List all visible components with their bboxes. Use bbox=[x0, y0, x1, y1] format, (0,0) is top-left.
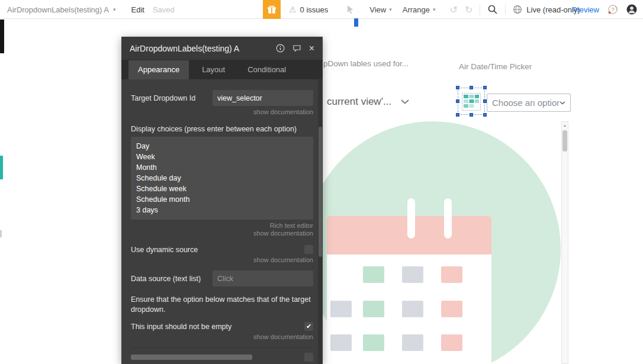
current-view-dropdown[interactable]: current view'... bbox=[327, 96, 409, 108]
calendar-cell bbox=[402, 266, 423, 283]
calendar-ring bbox=[407, 198, 415, 239]
arrange-menu[interactable]: Arrange bbox=[403, 5, 430, 14]
choose-option-dropdown[interactable]: Choose an option bbox=[487, 94, 571, 112]
calendar-cell bbox=[441, 266, 462, 283]
info-icon[interactable] bbox=[276, 44, 285, 53]
calendar-ring bbox=[444, 198, 452, 239]
selection-handle[interactable] bbox=[456, 86, 459, 89]
panel-scrollbar-thumb[interactable] bbox=[319, 127, 322, 257]
current-view-text: current view'... bbox=[327, 96, 391, 108]
gift-icon bbox=[267, 5, 277, 14]
datetime-picker-label[interactable]: Air Date/Time Picker bbox=[459, 62, 532, 71]
warning-icon: ⚠ bbox=[289, 5, 297, 14]
search-icon[interactable] bbox=[487, 4, 498, 15]
chevron-down-icon[interactable]: ▾ bbox=[113, 7, 116, 12]
panel-note-text: Ensure that the option below matches tha… bbox=[131, 295, 313, 315]
gift-button[interactable] bbox=[263, 0, 281, 19]
svg-text:?: ? bbox=[611, 7, 614, 12]
clipped-element-grey bbox=[0, 230, 2, 237]
rich-text-editor-link[interactable]: Rich text editor bbox=[131, 222, 313, 229]
chevron-down-icon: ▾ bbox=[433, 7, 436, 12]
target-dropdown-id-input[interactable] bbox=[213, 90, 313, 106]
clipped-option-label bbox=[131, 355, 252, 360]
panel-tabs: Appearance Layout Conditional bbox=[121, 60, 323, 79]
check-icon: ✔ bbox=[306, 322, 311, 331]
selection-handle[interactable] bbox=[456, 99, 459, 103]
top-toolbar: AirDropdownLabels(testing) A ▾ Edit Save… bbox=[0, 0, 643, 19]
globe-icon bbox=[513, 5, 522, 14]
app-title[interactable]: AirDropdownLabels(testing) A bbox=[7, 5, 109, 14]
calendar-cell bbox=[330, 334, 352, 351]
data-source-input[interactable] bbox=[213, 270, 313, 286]
tab-appearance[interactable]: Appearance bbox=[128, 60, 189, 79]
panel-scrollbar[interactable] bbox=[318, 79, 323, 364]
not-empty-label: This input should not be empty bbox=[131, 323, 232, 331]
canvas-scrollbar[interactable]: ▲ bbox=[561, 121, 568, 364]
chevron-down-icon bbox=[560, 101, 565, 105]
chevron-down-icon bbox=[401, 99, 409, 104]
preview-button[interactable]: Preview bbox=[572, 5, 599, 14]
user-avatar-icon[interactable] bbox=[626, 4, 637, 15]
data-source-label: Data source (text list) bbox=[131, 275, 201, 283]
selection-handle[interactable] bbox=[483, 113, 487, 117]
calendar-cell bbox=[402, 334, 423, 351]
clipped-element-teal bbox=[0, 156, 3, 179]
view-menu[interactable]: View bbox=[369, 5, 386, 14]
selection-handle[interactable] bbox=[483, 86, 487, 89]
canvas-text-element[interactable]: pDown lables used for... bbox=[323, 59, 409, 68]
comment-icon[interactable] bbox=[292, 44, 301, 53]
calendar-cell bbox=[402, 301, 423, 317]
show-documentation-link[interactable]: show documentation bbox=[131, 108, 313, 115]
edit-menu[interactable]: Edit bbox=[131, 5, 144, 14]
show-documentation-link[interactable]: show documentation bbox=[131, 230, 313, 237]
display-choices-textarea[interactable]: Day Week Month Schedule day Schedule wee… bbox=[131, 137, 313, 220]
mini-calendar-icon bbox=[461, 91, 481, 111]
not-empty-checkbox[interactable]: ✔ bbox=[304, 322, 313, 331]
redo-icon[interactable]: ↻ bbox=[465, 4, 472, 15]
calendar-cell bbox=[363, 301, 384, 317]
clipped-option-checkbox[interactable] bbox=[304, 353, 313, 362]
toolbar-divider bbox=[480, 4, 480, 15]
canvas-blue-marker bbox=[354, 18, 358, 27]
calendar-cell bbox=[441, 334, 462, 351]
property-editor-panel: AirDropdownLabels(testing) A × Appearanc… bbox=[121, 37, 323, 364]
show-documentation-link[interactable]: show documentation bbox=[131, 333, 313, 340]
undo-icon[interactable]: ↺ bbox=[450, 4, 458, 15]
scrollbar-up-arrow-icon[interactable]: ▲ bbox=[562, 122, 568, 129]
chevron-down-icon: ▾ bbox=[389, 7, 392, 12]
help-icon[interactable]: ? bbox=[607, 4, 618, 15]
selection-handle[interactable] bbox=[470, 113, 473, 117]
selection-handle[interactable] bbox=[470, 86, 473, 89]
tab-conditional[interactable]: Conditional bbox=[238, 60, 295, 79]
calendar-cell bbox=[441, 301, 462, 317]
use-dynamic-source-checkbox[interactable] bbox=[304, 245, 313, 254]
selected-element[interactable] bbox=[458, 88, 485, 115]
calendar-cell bbox=[363, 334, 384, 351]
use-dynamic-source-label: Use dynamic source bbox=[131, 246, 198, 254]
cursor-tool-icon[interactable] bbox=[346, 5, 355, 14]
issues-count[interactable]: 0 issues bbox=[300, 5, 329, 14]
clipped-element-black bbox=[0, 20, 4, 53]
dropdown-selected-value: Choose an option bbox=[492, 98, 560, 108]
close-icon[interactable]: × bbox=[309, 44, 314, 53]
show-documentation-link[interactable]: show documentation bbox=[131, 256, 313, 263]
display-choices-label: Display choices (press enter between eac… bbox=[131, 125, 313, 133]
tab-layout[interactable]: Layout bbox=[192, 60, 234, 79]
panel-divider bbox=[131, 347, 313, 348]
panel-header[interactable]: AirDropdownLabels(testing) A × bbox=[121, 37, 323, 60]
scrollbar-thumb[interactable] bbox=[562, 130, 567, 152]
toolbar-divider bbox=[505, 4, 506, 15]
calendar-cell bbox=[330, 301, 352, 317]
panel-title: AirDropdownLabels(testing) A bbox=[130, 44, 276, 53]
saved-status: Saved bbox=[153, 5, 175, 14]
target-dropdown-id-label: Target Dropdown Id bbox=[131, 94, 195, 102]
calendar-cell bbox=[363, 266, 384, 283]
selection-handle[interactable] bbox=[456, 113, 459, 117]
